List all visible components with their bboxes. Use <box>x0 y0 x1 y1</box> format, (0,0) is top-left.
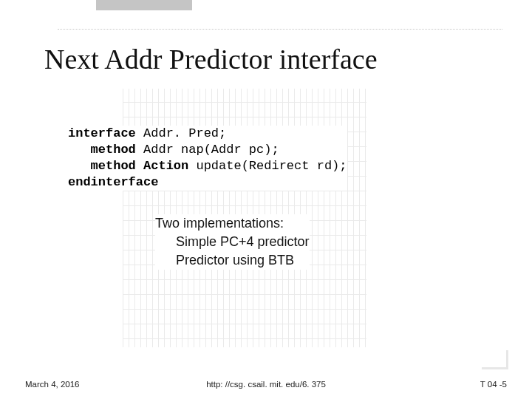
keyword-method: method <box>91 159 136 173</box>
impl-item: Simple PC+4 predictor <box>155 233 310 251</box>
keyword-method: method <box>91 143 136 157</box>
impl-heading: Two implementations: <box>155 214 310 233</box>
corner-ornament <box>482 350 508 369</box>
impl-item: Predictor using BTB <box>155 251 310 270</box>
code-block: interface Addr. Pred; method Addr nap(Ad… <box>68 126 347 191</box>
code-text: update(Redirect rd); <box>188 159 347 173</box>
code-text: Addr. Pred; <box>136 126 226 140</box>
slide: Next Addr Predictor interface interface … <box>0 0 532 399</box>
footer-url: http: //csg. csail. mit. edu/6. 375 <box>203 380 329 389</box>
footer-page: T 04 -5 <box>477 380 510 389</box>
keyword-endinterface: endinterface <box>68 175 158 189</box>
implementations-block: Two implementations: Simple PC+4 predict… <box>155 214 310 270</box>
code-text: Addr nap(Addr pc); <box>136 143 279 157</box>
slide-title: Next Addr Predictor interface <box>44 43 378 75</box>
divider <box>58 29 502 30</box>
keyword-action: Action <box>143 159 188 173</box>
footer-date: March 4, 2016 <box>22 380 83 389</box>
keyword-interface: interface <box>68 126 136 140</box>
